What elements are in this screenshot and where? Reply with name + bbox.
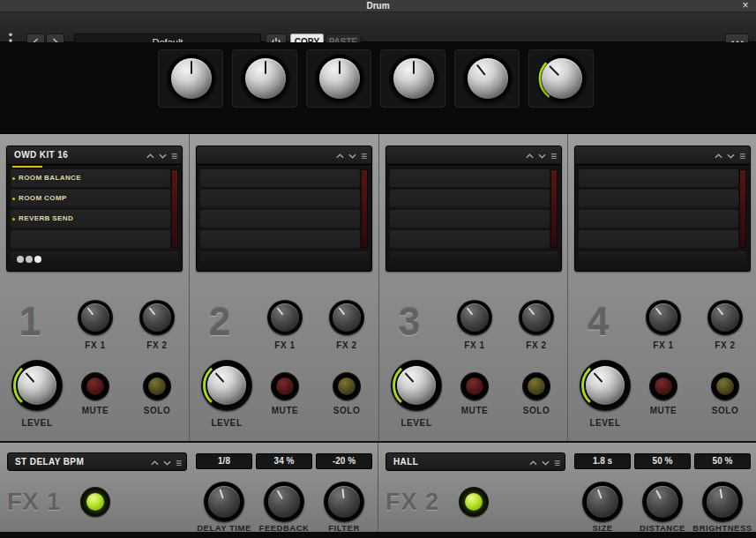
chevron-up-icon[interactable] — [146, 153, 154, 159]
hamburger-menu-icon[interactable]: ≡ — [739, 151, 745, 161]
preset-controls: ≡ — [146, 146, 177, 165]
channel-3-fx1-knob[interactable] — [457, 300, 492, 335]
knob-pointer — [719, 489, 722, 499]
preset-list-row — [200, 210, 360, 228]
channel-2-solo-button[interactable] — [333, 372, 361, 400]
hamburger-menu-icon[interactable]: ≡ — [361, 151, 367, 161]
level-meter — [550, 169, 558, 248]
channel-1-solo-button[interactable] — [143, 372, 171, 400]
channel-1-fx2-knob[interactable] — [139, 300, 175, 335]
fx1-preset-name: ST DELAY BPM — [15, 453, 84, 471]
knob-cap — [707, 486, 738, 518]
channel-2-level-knob[interactable] — [201, 360, 252, 411]
brightness-knob[interactable] — [702, 482, 743, 522]
preset-list-item[interactable]: ROOM COMP — [11, 190, 170, 207]
macro-panel — [306, 49, 371, 108]
chevron-down-icon[interactable] — [348, 153, 356, 159]
close-icon[interactable]: × — [739, 0, 752, 12]
chevron-up-icon[interactable] — [715, 153, 722, 159]
fx1-value-feedback[interactable]: 34 % — [256, 453, 312, 469]
preset-list-row — [579, 169, 738, 187]
hamburger-menu-icon[interactable]: ≡ — [550, 151, 557, 161]
channel-2-fx2-knob[interactable] — [329, 300, 364, 335]
delay-time-knob[interactable] — [204, 482, 244, 522]
release-knob[interactable] — [315, 54, 364, 103]
chevron-down-icon[interactable] — [542, 460, 550, 466]
channel-2-mute-button[interactable] — [271, 372, 299, 400]
chevron-down-icon[interactable] — [163, 460, 171, 466]
preset-list-row — [579, 190, 738, 207]
size-knob[interactable] — [582, 482, 623, 522]
preset-list-row — [390, 210, 550, 228]
channel-number: 2 — [197, 300, 243, 344]
channel-1-preset-selector[interactable]: OWD KIT 16 ≡ — [7, 146, 182, 165]
mute-led — [276, 377, 294, 395]
fx2-value-distance[interactable]: 50 % — [634, 453, 691, 469]
chevron-up-icon[interactable] — [526, 153, 534, 159]
plugin-window: Drum × Default COPY PASTE — [0, 0, 756, 538]
channel-2-fx1-knob[interactable] — [267, 300, 303, 335]
solo-label: SOLO — [131, 406, 183, 415]
fx2-enable-button[interactable] — [459, 487, 489, 517]
channel-1-fx1-knob[interactable] — [78, 300, 113, 335]
channel-3-level-knob[interactable] — [391, 360, 442, 411]
level-knob-label: LEVEL — [6, 418, 68, 428]
channel-1-level-knob[interactable] — [11, 360, 63, 411]
fx1-value-filter[interactable]: -20 % — [316, 453, 372, 469]
knob-pointer — [149, 308, 156, 316]
channel-3-solo-button[interactable] — [522, 372, 550, 400]
title-bar: Drum × — [0, 0, 756, 12]
decay-knob[interactable] — [241, 54, 290, 103]
mute-led — [466, 377, 483, 395]
preset-list-item[interactable]: ROOM BALANCE — [11, 169, 170, 187]
channel-4-fx2-knob[interactable] — [707, 300, 743, 335]
attack-knob[interactable] — [167, 54, 216, 103]
channel-4-fx1-knob[interactable] — [646, 300, 681, 335]
preset-list-row — [200, 169, 360, 187]
chevron-down-icon[interactable] — [159, 153, 167, 159]
channel-1-mute-button[interactable] — [81, 372, 109, 400]
preset-controls: ≡ — [151, 453, 182, 472]
knob-cap — [328, 486, 360, 518]
preset-list-item[interactable]: REVERB SEND — [11, 210, 170, 228]
fx2-value-size[interactable]: 1.8 s — [574, 453, 631, 469]
chevron-up-icon[interactable] — [151, 460, 159, 466]
knob-pointer — [467, 308, 474, 316]
cutoff-knob[interactable] — [389, 54, 438, 103]
chevron-up-icon[interactable] — [529, 460, 537, 466]
channel-4-solo-button[interactable] — [711, 372, 739, 400]
channel-4-preset-selector[interactable]: ≡ — [575, 146, 750, 165]
channel-4-mute-button[interactable] — [649, 372, 677, 400]
selection-indicator — [12, 166, 42, 168]
feedback-knob[interactable] — [264, 482, 304, 522]
fx2-value-brightness[interactable]: 50 % — [694, 453, 751, 469]
fx2-preset-selector[interactable]: HALL ≡ — [385, 452, 565, 471]
chevron-down-icon[interactable] — [727, 153, 735, 159]
master-knob[interactable] — [537, 54, 587, 103]
fx1-value-delay-time[interactable]: 1/8 — [196, 453, 252, 469]
hamburger-menu-icon[interactable]: ≡ — [554, 458, 560, 468]
fx1-knob-label: FX 1 — [637, 340, 690, 350]
fx1-to-fx2-knob[interactable] — [463, 54, 513, 103]
fx1-enable-button[interactable] — [80, 487, 110, 517]
bottom-bar — [0, 532, 756, 538]
hamburger-menu-icon[interactable]: ≡ — [176, 458, 182, 468]
channel-3-fx2-knob[interactable] — [519, 300, 554, 335]
channel-3-preset-selector[interactable]: ≡ — [386, 146, 561, 165]
hamburger-menu-icon[interactable]: ≡ — [171, 151, 177, 161]
item-marker — [12, 177, 15, 180]
chevron-down-icon[interactable] — [538, 153, 546, 159]
chevron-up-icon[interactable] — [336, 153, 344, 159]
knob-pointer — [594, 372, 603, 383]
knob-cap — [460, 303, 489, 332]
mini-logo-dot — [26, 256, 33, 263]
distance-knob[interactable] — [642, 482, 683, 522]
panel-footer — [390, 251, 558, 267]
channel-3-mute-button[interactable] — [460, 372, 489, 400]
channel-2-preset-selector[interactable]: ≡ — [197, 146, 371, 165]
knob-cap — [649, 303, 677, 332]
channel-4-level-knob[interactable] — [580, 360, 631, 411]
fx1-preset-selector[interactable]: ST DELAY BPM ≡ — [7, 452, 187, 471]
filter-knob[interactable] — [324, 482, 364, 522]
fx2-knob-label: FX 2 — [699, 340, 752, 350]
